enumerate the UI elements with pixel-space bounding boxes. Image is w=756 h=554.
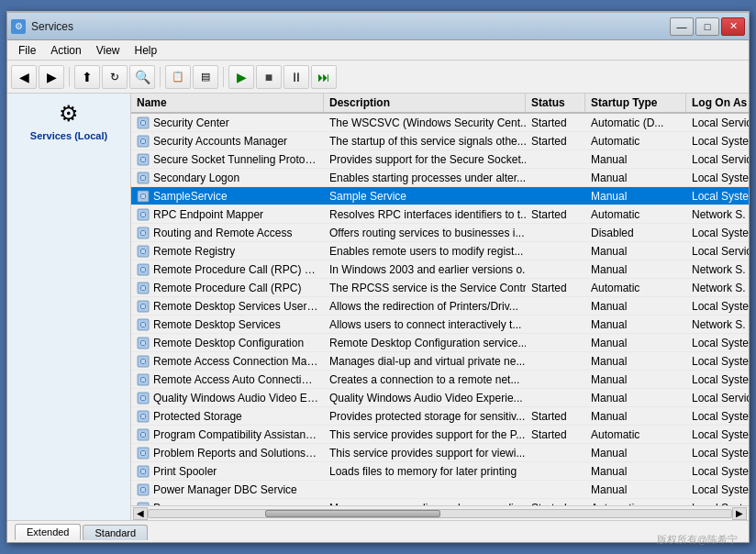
minimize-button[interactable]: — — [670, 17, 694, 36]
table-row[interactable]: PowerManages power policy and power poli… — [131, 499, 749, 505]
back-button[interactable]: ◀ — [11, 65, 37, 89]
table-row[interactable]: Power Manager DBC ServiceManualLocal Sys… — [131, 481, 749, 499]
svg-rect-38 — [141, 341, 145, 345]
col-header-logon[interactable]: Log On As — [686, 94, 749, 112]
up-button[interactable]: ⬆ — [74, 65, 100, 89]
col-header-startup[interactable]: Startup Type — [585, 94, 686, 112]
menu-file[interactable]: File — [11, 42, 43, 59]
table-row[interactable]: Remote Desktop ConfigurationRemote Deskt… — [131, 334, 749, 352]
service-name-text: Problem Reports and Solutions C... — [153, 447, 318, 460]
maximize-button[interactable]: □ — [695, 17, 719, 36]
table-row[interactable]: Remote Access Auto Connection ...Creates… — [131, 371, 749, 389]
scroll-thumb-x[interactable] — [265, 510, 440, 517]
table-row[interactable]: Remote Desktop ServicesAllows users to c… — [131, 316, 749, 334]
service-name-text: Print Spooler — [153, 465, 217, 478]
forward-button[interactable]: ▶ — [39, 65, 64, 89]
cell-service-name: Remote Desktop Services UserMo... — [131, 297, 324, 315]
cell-service-name: Remote Access Auto Connection ... — [131, 371, 324, 388]
cell-service-desc: Quality Windows Audio Video Experie... — [324, 389, 526, 406]
cell-service-desc: Sample Service — [324, 187, 526, 205]
view-button[interactable]: ▤ — [193, 65, 218, 89]
svg-rect-62 — [141, 488, 145, 492]
cell-service-name: Remote Access Connection Mana... — [131, 352, 324, 370]
cell-service-name: Security Accounts Manager — [131, 132, 324, 150]
cell-service-status — [526, 260, 585, 278]
table-row[interactable]: Remote RegistryEnables remote users to m… — [131, 242, 749, 260]
service-name-text: Security Center — [153, 116, 229, 129]
service-icon — [137, 355, 150, 368]
cell-service-status — [526, 169, 585, 186]
cell-service-logon: Network S. — [686, 260, 749, 278]
cell-service-startup: Automatic (D... — [585, 114, 686, 131]
close-button[interactable]: ✕ — [721, 17, 745, 36]
menu-help[interactable]: Help — [128, 42, 165, 59]
scrollbar-x[interactable]: ◀ ▶ — [131, 505, 749, 520]
table-row[interactable]: Security CenterThe WSCSVC (Windows Secur… — [131, 114, 749, 132]
stop-button[interactable]: ■ — [256, 65, 282, 89]
service-icon — [137, 483, 150, 496]
table-row[interactable]: Problem Reports and Solutions C...This s… — [131, 444, 749, 462]
sidebar: ⚙ Services (Local) — [7, 94, 131, 520]
menu-action[interactable]: Action — [43, 42, 88, 59]
table-row[interactable]: Remote Desktop Services UserMo...Allows … — [131, 297, 749, 316]
svg-rect-5 — [141, 139, 145, 143]
service-icon — [137, 190, 150, 203]
cell-service-logon: Local Syste. — [686, 352, 749, 370]
service-icon — [137, 465, 150, 478]
toolbar-sep-3 — [223, 67, 224, 87]
cell-service-logon: Network S. — [686, 279, 749, 296]
cell-service-desc: Provides protected storage for sensitiv.… — [324, 407, 526, 425]
cell-service-name: Remote Procedure Call (RPC) — [131, 279, 324, 296]
service-name-text: RPC Endpoint Mapper — [153, 208, 263, 221]
col-header-desc[interactable]: Description — [324, 94, 526, 112]
table-row[interactable]: Program Compatibility Assistant S...This… — [131, 426, 749, 444]
cell-service-logon: Local Syste. — [686, 499, 749, 505]
cell-service-name: Problem Reports and Solutions C... — [131, 444, 324, 461]
table-row[interactable]: Remote Procedure Call (RPC)The RPCSS ser… — [131, 279, 749, 297]
service-icon — [137, 282, 150, 294]
cell-service-logon: Local Syste. — [686, 132, 749, 150]
table-row[interactable]: RPC Endpoint MapperResolves RPC interfac… — [131, 205, 749, 224]
cell-service-name: Routing and Remote Access — [131, 224, 324, 241]
table-row[interactable]: Print SpoolerLoads files to memory for l… — [131, 462, 749, 481]
service-icon — [137, 428, 150, 441]
start-button[interactable]: ▶ — [228, 65, 254, 89]
service-icon — [137, 135, 150, 148]
table-row[interactable]: Secure Socket Tunneling Protocol...Provi… — [131, 150, 749, 169]
table-row[interactable]: Protected StorageProvides protected stor… — [131, 407, 749, 426]
cell-service-logon: Local Syste. — [686, 297, 749, 315]
svg-rect-23 — [141, 249, 145, 253]
col-header-name[interactable]: Name — [131, 94, 324, 112]
cell-service-desc: Manages dial-up and virtual private ne..… — [324, 352, 526, 370]
cell-service-logon: Local Syste. — [686, 334, 749, 351]
table-row[interactable]: Remote Access Connection Mana...Manages … — [131, 352, 749, 371]
cell-service-status: Started — [526, 205, 585, 223]
search-button[interactable]: 🔍 — [129, 65, 155, 89]
table-row[interactable]: Security Accounts ManagerThe startup of … — [131, 132, 749, 150]
cell-service-status: Started — [526, 499, 585, 505]
tab-extended[interactable]: Extended — [15, 524, 81, 540]
service-icon — [137, 337, 150, 349]
table-row[interactable]: Quality Windows Audio Video Exp...Qualit… — [131, 389, 749, 407]
cell-service-startup: Manual — [585, 316, 686, 333]
tab-standard[interactable]: Standard — [83, 525, 148, 540]
cell-service-desc: Creates a connection to a remote net... — [324, 371, 526, 388]
cell-service-status: Started — [526, 407, 585, 425]
table-row[interactable]: SampleServiceSample ServiceManualLocal S… — [131, 187, 749, 205]
cell-service-status — [526, 242, 585, 260]
pause-button[interactable]: ⏸ — [284, 65, 309, 89]
scroll-right-btn[interactable]: ▶ — [732, 507, 747, 520]
cell-service-status — [526, 150, 585, 168]
table-row[interactable]: Secondary LogonEnables starting processe… — [131, 169, 749, 187]
cell-service-name: Security Center — [131, 114, 324, 131]
col-header-status[interactable]: Status — [526, 94, 585, 112]
scroll-left-btn[interactable]: ◀ — [133, 507, 148, 520]
refresh-button[interactable]: ↻ — [102, 65, 128, 89]
table-row[interactable]: Routing and Remote AccessOffers routing … — [131, 224, 749, 242]
menu-view[interactable]: View — [89, 42, 128, 59]
export-button[interactable]: 📋 — [165, 65, 191, 89]
service-icon — [137, 373, 150, 386]
table-row[interactable]: Remote Procedure Call (RPC) Loc...In Win… — [131, 260, 749, 279]
resume-button[interactable]: ⏭ — [311, 65, 337, 89]
scroll-track-x[interactable] — [148, 509, 732, 518]
